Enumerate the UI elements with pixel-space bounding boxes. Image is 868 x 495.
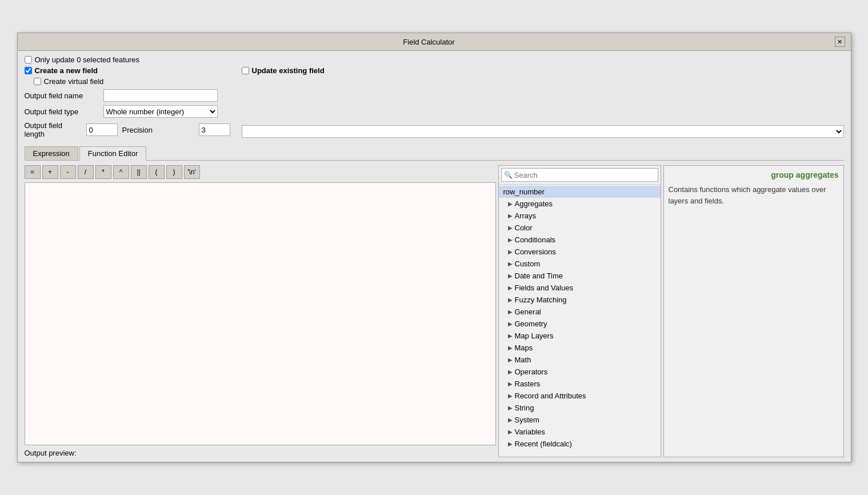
operator-button[interactable]: '\n' bbox=[184, 165, 200, 179]
main-area: =+-/*^||()'\n' Output preview: 🔍 row_num… bbox=[25, 165, 844, 457]
arrow-icon: ▶ bbox=[508, 225, 513, 231]
update-field-select[interactable] bbox=[242, 125, 844, 138]
operator-button[interactable]: / bbox=[78, 165, 94, 179]
arrow-icon: ▶ bbox=[508, 417, 513, 423]
list-item[interactable]: ▶Date and Time bbox=[499, 270, 661, 282]
left-fields: Create a new field Create virtual field … bbox=[25, 66, 230, 142]
list-item-label: Operators bbox=[515, 368, 548, 376]
list-item-label: Recent (fieldcalc) bbox=[515, 440, 572, 448]
search-input[interactable] bbox=[501, 168, 658, 182]
arrow-icon: ▶ bbox=[508, 201, 513, 207]
list-item[interactable]: ▶Rasters bbox=[499, 378, 661, 390]
function-list-panel: 🔍 row_number▶Aggregates▶Arrays▶Color▶Con… bbox=[498, 165, 661, 457]
search-box-wrapper: 🔍 bbox=[499, 166, 661, 185]
title-bar: Field Calculator ✕ bbox=[18, 33, 851, 51]
arrow-icon: ▶ bbox=[508, 297, 513, 303]
expression-editor[interactable] bbox=[25, 182, 496, 445]
precision-input[interactable] bbox=[199, 123, 230, 136]
create-new-row: Create a new field bbox=[25, 66, 230, 75]
arrow-icon: ▶ bbox=[508, 393, 513, 399]
output-field-length-label: Output field length bbox=[25, 121, 82, 138]
arrow-icon: ▶ bbox=[508, 333, 513, 339]
create-new-label: Create a new field bbox=[35, 66, 98, 75]
tab-expression[interactable]: Expression bbox=[25, 146, 78, 160]
right-section: Update existing field bbox=[242, 66, 844, 142]
operator-button[interactable]: ^ bbox=[113, 165, 129, 179]
arrow-icon: ▶ bbox=[508, 321, 513, 327]
list-item[interactable]: ▶Record and Attributes bbox=[499, 390, 661, 402]
tab-function-editor[interactable]: Function Editor bbox=[79, 146, 146, 161]
list-item[interactable]: ▶Fields and Values bbox=[499, 282, 661, 294]
list-item[interactable]: ▶Conditionals bbox=[499, 234, 661, 246]
create-new-checkbox[interactable] bbox=[25, 67, 32, 74]
help-description: Contains functions which aggregate value… bbox=[669, 184, 839, 206]
list-item-label: System bbox=[515, 416, 539, 424]
list-item-label: Conditionals bbox=[515, 235, 556, 244]
arrow-icon: ▶ bbox=[508, 309, 513, 315]
list-item[interactable]: ▶Maps bbox=[499, 342, 661, 354]
list-item-label: Map Layers bbox=[515, 332, 554, 340]
list-item[interactable]: ▶Math bbox=[499, 354, 661, 366]
section-top: Create a new field Create virtual field … bbox=[25, 66, 844, 142]
output-field-name-label: Output field name bbox=[25, 91, 99, 100]
operator-button[interactable]: || bbox=[131, 165, 147, 179]
output-field-length-input[interactable] bbox=[86, 123, 118, 136]
tabs: Expression Function Editor bbox=[25, 146, 844, 161]
output-field-name-row: Output field name bbox=[25, 89, 230, 102]
list-item[interactable]: ▶Custom bbox=[499, 258, 661, 270]
list-item[interactable]: ▶Arrays bbox=[499, 210, 661, 222]
list-item[interactable]: ▶Color bbox=[499, 222, 661, 234]
list-item-label: Rasters bbox=[515, 380, 541, 388]
operator-button[interactable]: - bbox=[60, 165, 76, 179]
help-panel: group aggregates Contains functions whic… bbox=[663, 165, 844, 457]
output-field-name-input[interactable] bbox=[103, 89, 218, 102]
list-item[interactable]: ▶Conversions bbox=[499, 246, 661, 258]
arrow-icon: ▶ bbox=[508, 429, 513, 435]
window-title: Field Calculator bbox=[23, 38, 835, 46]
arrow-icon: ▶ bbox=[508, 285, 513, 291]
update-existing-row: Update existing field bbox=[242, 66, 844, 75]
output-field-length-row: Output field length Precision bbox=[25, 121, 230, 138]
update-existing-checkbox[interactable] bbox=[242, 67, 249, 74]
output-field-type-select[interactable]: Whole number (integer)Decimal number (do… bbox=[103, 105, 218, 118]
list-item[interactable]: ▶Map Layers bbox=[499, 330, 661, 342]
arrow-icon: ▶ bbox=[508, 345, 513, 351]
operator-button[interactable]: ) bbox=[166, 165, 182, 179]
window-content: Only update 0 selected features Create a… bbox=[18, 51, 851, 462]
list-item[interactable]: ▶System bbox=[499, 414, 661, 426]
list-item[interactable]: ▶General bbox=[499, 306, 661, 318]
close-button[interactable]: ✕ bbox=[835, 37, 845, 47]
create-virtual-checkbox[interactable] bbox=[34, 78, 41, 85]
list-item[interactable]: ▶Recent (fieldcalc) bbox=[499, 438, 661, 450]
list-item[interactable]: ▶Operators bbox=[499, 366, 661, 378]
arrow-icon: ▶ bbox=[508, 213, 513, 219]
list-item-label: Fields and Values bbox=[515, 284, 573, 292]
list-item-label: Maps bbox=[515, 344, 533, 352]
arrow-icon: ▶ bbox=[508, 369, 513, 375]
operator-button[interactable]: = bbox=[25, 165, 41, 179]
list-item-label: Aggregates bbox=[515, 199, 553, 208]
update-existing-area bbox=[242, 77, 844, 123]
list-item-label: Color bbox=[515, 223, 533, 232]
output-preview-label: Output preview: bbox=[25, 449, 77, 457]
only-update-row: Only update 0 selected features bbox=[25, 55, 844, 64]
output-preview: Output preview: bbox=[25, 449, 496, 457]
operator-button[interactable]: ( bbox=[149, 165, 165, 179]
list-item[interactable]: row_number bbox=[499, 186, 661, 198]
list-item[interactable]: ▶Fuzzy Matching bbox=[499, 294, 661, 306]
field-calculator-window: Field Calculator ✕ Only update 0 selecte… bbox=[17, 33, 851, 462]
list-item[interactable]: ▶Aggregates bbox=[499, 198, 661, 210]
list-item[interactable]: ▶Variables bbox=[499, 426, 661, 438]
arrow-icon: ▶ bbox=[508, 405, 513, 411]
expression-panel: =+-/*^||()'\n' Output preview: bbox=[25, 165, 496, 457]
operator-button[interactable]: * bbox=[95, 165, 111, 179]
arrow-icon: ▶ bbox=[508, 441, 513, 447]
list-item-label: Custom bbox=[515, 260, 541, 268]
list-item-label: Variables bbox=[515, 428, 545, 436]
output-field-type-row: Output field type Whole number (integer)… bbox=[25, 105, 230, 118]
list-item[interactable]: ▶String bbox=[499, 402, 661, 414]
list-item-label: String bbox=[515, 404, 534, 412]
operator-button[interactable]: + bbox=[42, 165, 58, 179]
list-item[interactable]: ▶Geometry bbox=[499, 318, 661, 330]
only-update-checkbox[interactable] bbox=[25, 56, 32, 63]
